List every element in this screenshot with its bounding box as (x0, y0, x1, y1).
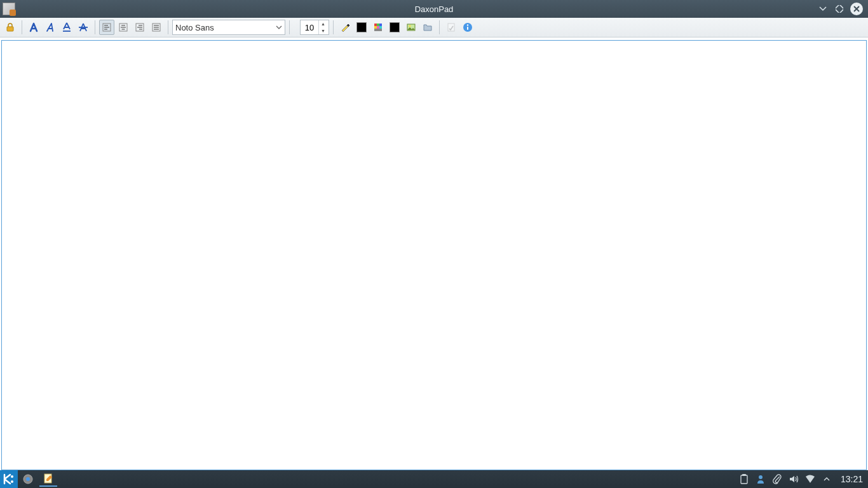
save-button[interactable] (444, 20, 459, 35)
svg-rect-20 (374, 24, 377, 26)
svg-point-33 (11, 475, 13, 478)
svg-rect-24 (377, 26, 379, 29)
lock-button[interactable] (3, 20, 18, 35)
svg-rect-25 (379, 26, 382, 29)
align-justify-button[interactable] (149, 20, 164, 35)
separator (289, 20, 290, 34)
separator (168, 20, 168, 34)
kde-icon (3, 473, 15, 485)
volume-tray-icon[interactable] (789, 474, 799, 484)
svg-point-31 (467, 24, 468, 25)
attachment-tray-icon[interactable] (772, 474, 782, 484)
image-icon (406, 22, 416, 32)
spin-down-button[interactable]: ▼ (319, 27, 327, 34)
bold-a-icon (28, 22, 39, 33)
text-editor-area[interactable] (1, 40, 867, 470)
network-tray-icon[interactable] (805, 474, 815, 484)
align-justify-icon (151, 22, 161, 32)
open-button[interactable] (420, 20, 435, 35)
svg-rect-21 (377, 24, 379, 26)
align-center-icon (118, 22, 128, 32)
highlight-button[interactable] (337, 20, 353, 35)
strikethrough-button[interactable] (76, 20, 91, 35)
kde-launcher-button[interactable] (0, 470, 18, 488)
info-button[interactable] (460, 20, 475, 35)
svg-rect-23 (374, 26, 377, 29)
font-size-input[interactable] (301, 23, 318, 32)
align-right-button[interactable] (132, 20, 147, 35)
svg-rect-22 (379, 24, 382, 26)
document-check-icon (446, 22, 456, 32)
font-family-combo[interactable]: Noto Sans (172, 20, 285, 35)
window-titlebar: DaxonPad (0, 0, 868, 18)
spinner-buttons: ▲ ▼ (318, 20, 327, 34)
task-browser[interactable] (19, 471, 37, 487)
color-wheel-icon (373, 22, 383, 32)
svg-rect-1 (7, 27, 13, 31)
font-family-label: Noto Sans (175, 23, 276, 32)
window-title: DaxonPad (0, 4, 868, 14)
clipboard-tray-icon[interactable] (739, 474, 749, 484)
taskbar-clock[interactable]: 13:21 (841, 474, 863, 484)
bg-color-swatch (390, 22, 400, 32)
svg-point-28 (409, 25, 411, 27)
toolbar: Noto Sans ▲ ▼ (0, 18, 868, 37)
background-color-button[interactable] (387, 20, 402, 35)
tray-expand-icon[interactable] (822, 474, 832, 484)
bold-button[interactable] (26, 20, 41, 35)
svg-point-34 (11, 480, 13, 483)
system-taskbar: 13:21 (0, 470, 868, 488)
user-tray-icon[interactable] (756, 474, 766, 484)
insert-image-button[interactable] (403, 20, 419, 35)
separator (333, 20, 334, 34)
separator (95, 20, 95, 34)
italic-button[interactable] (43, 20, 58, 35)
underline-a-icon (61, 22, 72, 33)
svg-rect-29 (448, 24, 454, 31)
svg-rect-39 (742, 474, 746, 476)
system-tray: 13:21 (734, 474, 868, 484)
info-icon (463, 22, 473, 32)
folder-icon (423, 22, 433, 32)
notepad-icon (43, 473, 54, 484)
underline-button[interactable] (59, 20, 74, 35)
separator (439, 20, 440, 34)
svg-point-40 (759, 475, 763, 479)
svg-rect-32 (467, 27, 468, 30)
align-center-button[interactable] (116, 20, 131, 35)
italic-a-icon (44, 22, 56, 33)
spin-up-button[interactable]: ▲ (319, 20, 327, 27)
browser-icon (22, 473, 34, 485)
separator (22, 20, 22, 34)
align-right-icon (135, 22, 145, 32)
text-color-button[interactable] (354, 20, 369, 35)
svg-rect-26 (374, 29, 382, 31)
task-daxonpad[interactable] (39, 471, 57, 487)
highlighter-icon (340, 22, 350, 32)
font-size-spinner[interactable]: ▲ ▼ (300, 20, 329, 35)
color-picker-button[interactable] (370, 20, 386, 35)
align-left-icon (102, 22, 112, 32)
text-color-swatch (356, 22, 367, 32)
strike-a-icon (78, 22, 89, 33)
chevron-down-icon (276, 24, 282, 30)
svg-point-36 (26, 477, 30, 481)
lock-icon (5, 22, 15, 32)
svg-rect-38 (741, 475, 747, 484)
align-left-button[interactable] (99, 20, 114, 35)
